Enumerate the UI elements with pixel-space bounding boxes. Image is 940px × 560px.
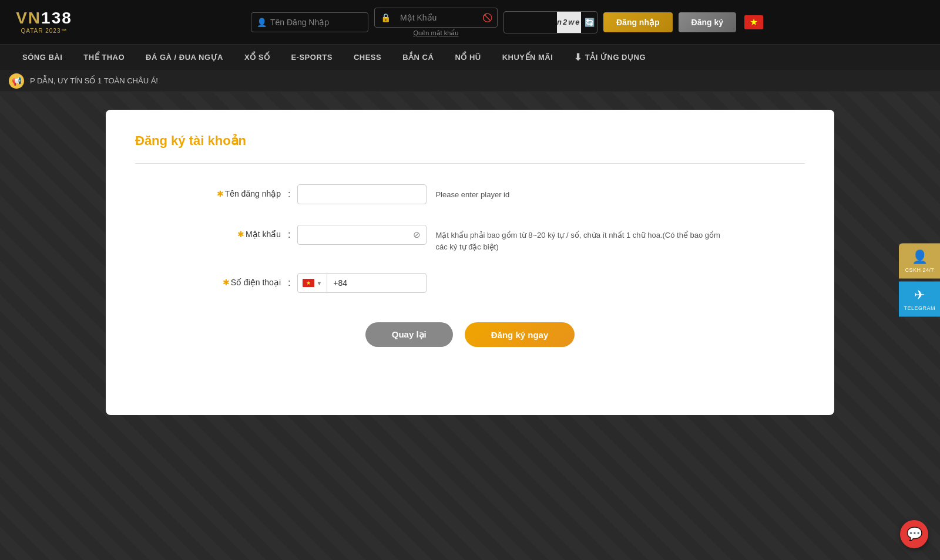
navbar: SÒNG BÀI THỂ THAO ĐÁ GÀ / ĐUA NGỰA XỔ SỐ… bbox=[0, 44, 940, 70]
ticker-text: P DẪN, UY TÍN SỐ 1 TOÀN CHÂU Á! bbox=[30, 76, 158, 85]
register-username-input[interactable] bbox=[297, 184, 427, 204]
phone-input[interactable] bbox=[327, 274, 409, 292]
phone-vietnam-flag: ★ bbox=[303, 279, 314, 287]
telegram-label: TELEGRAM bbox=[904, 305, 935, 311]
chat-bubble-icon: 💬 bbox=[907, 527, 922, 542]
nav-item-da-ga[interactable]: ĐÁ GÀ / ĐUA NGỰA bbox=[135, 45, 234, 70]
username-label: ✱Tên đăng nhập bbox=[206, 184, 288, 198]
nav-download-label: TẢI ỨNG DỤNG bbox=[585, 53, 646, 62]
download-icon: ⬇ bbox=[574, 52, 582, 63]
password-row: 🔒 🚫 bbox=[374, 8, 498, 28]
form-divider bbox=[135, 163, 805, 164]
username-input[interactable] bbox=[251, 12, 368, 32]
nav-item-ban-ca[interactable]: BẮN CÁ bbox=[392, 45, 444, 70]
username-row: ✱Tên đăng nhập : Please enter player id bbox=[206, 184, 734, 204]
phone-wrapper: ★ ▼ bbox=[297, 273, 427, 293]
vietnam-flag-icon: ★ bbox=[744, 15, 763, 29]
nav-item-no-hu[interactable]: NỔ HŨ bbox=[444, 45, 491, 70]
nav-item-chess[interactable]: CHESS bbox=[343, 45, 392, 70]
phone-flag-caret: ▼ bbox=[316, 280, 322, 286]
nav-item-xo-so[interactable]: XỔ SỐ bbox=[234, 45, 280, 70]
nav-item-song-bai[interactable]: SÒNG BÀI bbox=[12, 45, 73, 70]
cskh-icon: 👤 bbox=[912, 249, 928, 265]
captcha-refresh-icon[interactable]: 🔄 bbox=[581, 18, 597, 27]
password-input-wrapper: 🔒 🚫 Quên mật khẩu bbox=[374, 8, 498, 37]
header-inputs: 👤 🔒 🚫 Quên mật khẩu n2we 🔄 Đăng nhập Đăn… bbox=[88, 8, 928, 37]
phone-label: ✱Số điện thoại bbox=[206, 273, 288, 287]
eye-icon[interactable]: 🚫 bbox=[478, 8, 497, 27]
password-label: ✱Mật khẩu bbox=[206, 225, 288, 239]
logo-138: 138 bbox=[41, 9, 72, 27]
side-buttons: 👤 CSKH 24/7 ✈ TELEGRAM bbox=[899, 244, 940, 317]
username-input-wrapper: 👤 bbox=[251, 12, 368, 32]
ticker-speaker-icon: 📢 bbox=[9, 73, 24, 89]
back-button[interactable]: Quay lại bbox=[365, 322, 453, 347]
password-input[interactable] bbox=[395, 8, 478, 27]
register-password-wrapper: ⊘ bbox=[297, 225, 427, 245]
nav-item-e-sports[interactable]: E-SPORTS bbox=[280, 45, 343, 70]
logo-vn: VN bbox=[16, 9, 41, 27]
register-password-input[interactable] bbox=[297, 225, 427, 245]
logo-subtitle: QATAR 2023™ bbox=[21, 28, 68, 34]
phone-country-selector[interactable]: ★ ▼ bbox=[298, 274, 327, 292]
ticker-bar: 📢 P DẪN, UY TÍN SỐ 1 TOÀN CHÂU Á! bbox=[0, 70, 940, 92]
captcha-wrapper: n2we 🔄 bbox=[503, 11, 597, 33]
submit-register-button[interactable]: Đăng ký ngay bbox=[465, 322, 575, 347]
form-buttons: Quay lại Đăng ký ngay bbox=[135, 322, 805, 347]
required-star-phone: ✱ bbox=[223, 278, 230, 287]
nav-item-the-thao[interactable]: THỂ THAO bbox=[73, 45, 135, 70]
cskh-label: CSKH 24/7 bbox=[905, 267, 934, 273]
captcha-image: n2we bbox=[557, 12, 581, 33]
phone-row: ✱Số điện thoại : ★ ▼ bbox=[206, 273, 734, 293]
captcha-input[interactable] bbox=[504, 13, 557, 32]
forgot-password-link[interactable]: Quên mật khẩu bbox=[374, 29, 498, 37]
password-row-form: ✱Mật khẩu : ⊘ Mật khẩu phải bao gồm từ 8… bbox=[206, 225, 734, 252]
language-flag-button[interactable]: ★ bbox=[742, 13, 766, 32]
toggle-password-eye-icon[interactable]: ⊘ bbox=[413, 230, 421, 240]
password-hint: Mật khẩu phải bao gồm từ 8~20 ký tự / số… bbox=[427, 225, 720, 252]
logo: VN138 QATAR 2023™ bbox=[12, 10, 76, 34]
header-register-button[interactable]: Đăng ký bbox=[679, 12, 736, 32]
user-icon: 👤 bbox=[257, 18, 267, 27]
form-title: Đăng ký tài khoản bbox=[135, 133, 805, 149]
nav-item-khuyen-mai[interactable]: KHUYẾN MÃI bbox=[492, 45, 564, 70]
required-star-username: ✱ bbox=[217, 189, 224, 198]
main-background: Đăng ký tài khoản ✱Tên đăng nhập : Pleas… bbox=[0, 92, 940, 560]
header: VN138 QATAR 2023™ 👤 🔒 🚫 Quên mật khẩu n2… bbox=[0, 0, 940, 44]
lock-icon: 🔒 bbox=[375, 8, 395, 27]
registration-form-card: Đăng ký tài khoản ✱Tên đăng nhập : Pleas… bbox=[106, 110, 834, 415]
cskh-button[interactable]: 👤 CSKH 24/7 bbox=[899, 244, 940, 279]
required-star-password: ✱ bbox=[237, 230, 244, 239]
telegram-button[interactable]: ✈ TELEGRAM bbox=[899, 282, 940, 317]
telegram-icon: ✈ bbox=[914, 288, 925, 303]
username-hint: Please enter player id bbox=[427, 184, 509, 201]
nav-item-download[interactable]: ⬇ TẢI ỨNG DỤNG bbox=[563, 45, 656, 70]
login-button[interactable]: Đăng nhập bbox=[603, 12, 673, 32]
chat-bubble-button[interactable]: 💬 bbox=[900, 520, 928, 548]
